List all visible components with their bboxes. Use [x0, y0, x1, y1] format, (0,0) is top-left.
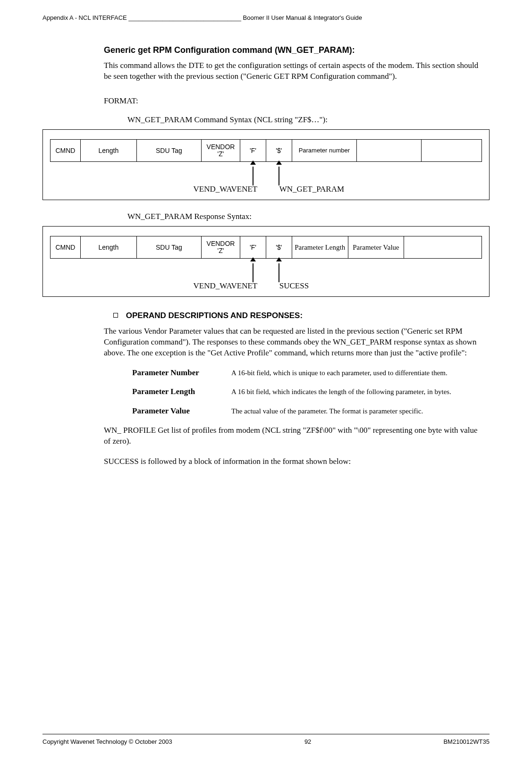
diagram2-table: CMND Length SDU Tag VENDOR 'Z' 'F' '$' P…	[50, 236, 482, 259]
format-label: FORMAT:	[104, 96, 485, 106]
def-term-0: Parameter Number	[132, 368, 231, 378]
diagram2-frame: CMND Length SDU Tag VENDOR 'Z' 'F' '$' P…	[42, 226, 490, 297]
section-title: Generic get RPM Configuration command (W…	[104, 45, 485, 56]
d2-callout-f: VEND_WAVENET	[180, 281, 261, 291]
intro-paragraph: This command allows the DTE to get the c…	[104, 60, 485, 82]
operands-heading: OPERAND DESCRIPTIONS AND RESPONSES:	[113, 311, 485, 320]
arrow-up-icon	[250, 257, 256, 261]
diagram2-callouts: VEND_WAVENET SUCESS	[50, 259, 482, 292]
operands-paragraph: The various Vendor Parameter values that…	[104, 326, 485, 359]
d1-cell-param: Parameter number	[292, 140, 356, 162]
d2-callout-s: SUCESS	[278, 281, 366, 291]
arrow-up-icon	[250, 160, 256, 165]
d2-cell-empty	[404, 236, 482, 259]
arrow-up-icon	[276, 257, 282, 261]
d1-cell-sdutag: SDU Tag	[136, 140, 201, 162]
diagram1-frame: CMND Length SDU Tag VENDOR 'Z' 'F' '$' P…	[42, 129, 490, 200]
def-row-2: Parameter Value The actual value of the …	[132, 406, 485, 416]
page-header: Appendix A - NCL INTERFACE _____________…	[42, 14, 490, 21]
diagram1-table: CMND Length SDU Tag VENDOR 'Z' 'F' '$' P…	[50, 139, 482, 162]
footer-separator	[42, 734, 490, 734]
diagram1-row: CMND Length SDU Tag VENDOR 'Z' 'F' '$' P…	[51, 140, 482, 162]
def-row-1: Parameter Length A 16 bit field, which i…	[132, 387, 485, 396]
header-text: Appendix A - NCL INTERFACE _____________…	[42, 14, 362, 21]
arrow-line	[253, 167, 253, 185]
d2-cell-vendor: VENDOR 'Z'	[201, 236, 240, 259]
def-desc-0: A 16-bit field, which is unique to each …	[231, 368, 485, 378]
page: Appendix A - NCL INTERFACE _____________…	[0, 0, 532, 757]
diagram1: CMND Length SDU Tag VENDOR 'Z' 'F' '$' P…	[42, 129, 490, 200]
arrow-line	[279, 167, 279, 185]
d1-cell-empty1	[356, 140, 421, 162]
footer-page-number: 92	[304, 738, 311, 745]
diagram2: CMND Length SDU Tag VENDOR 'Z' 'F' '$' P…	[42, 226, 490, 297]
definitions-list: Parameter Number A 16-bit field, which i…	[104, 368, 485, 416]
d1-cell-empty2	[421, 140, 481, 162]
arrow-up-icon	[276, 160, 282, 165]
wn-profile-paragraph: WN_ PROFILE Get list of profiles from mo…	[104, 425, 485, 447]
diagram1-callouts: VEND_WAVENET WN_GET_PARAM	[50, 162, 482, 195]
d2-cell-plen: Parameter Length	[292, 236, 348, 259]
d1-callout-s: WN_GET_PARAM	[278, 185, 409, 194]
d1-cell-cmnd: CMND	[51, 140, 81, 162]
def-term-1: Parameter Length	[132, 387, 231, 396]
d1-callout-f: VEND_WAVENET	[180, 185, 261, 194]
def-desc-2: The actual value of the parameter. The f…	[231, 406, 485, 416]
square-bullet-icon	[113, 313, 118, 318]
def-term-2: Parameter Value	[132, 406, 231, 416]
arrow-line	[253, 263, 253, 282]
diagram2-caption: WN_GET_PARAM Response Syntax:	[127, 212, 485, 221]
content-area: Generic get RPM Configuration command (W…	[104, 45, 485, 467]
diagram2-row: CMND Length SDU Tag VENDOR 'Z' 'F' '$' P…	[51, 236, 482, 259]
footer: Copyright Wavenet Technology © October 2…	[42, 722, 490, 745]
d2-cell-cmnd: CMND	[51, 236, 81, 259]
arrow-line	[279, 263, 279, 282]
def-row-0: Parameter Number A 16-bit field, which i…	[132, 368, 485, 378]
d2-cell-sdutag: SDU Tag	[136, 236, 201, 259]
operands-heading-text: OPERAND DESCRIPTIONS AND RESPONSES:	[126, 311, 303, 320]
d2-cell-length: Length	[80, 236, 136, 259]
footer-right: BM210012WT35	[443, 738, 490, 745]
footer-left: Copyright Wavenet Technology © October 2…	[42, 738, 172, 745]
def-desc-1: A 16 bit field, which indicates the leng…	[231, 387, 485, 396]
success-paragraph: SUCCESS is followed by a block of inform…	[104, 456, 485, 467]
d1-cell-vendor: VENDOR 'Z'	[201, 140, 240, 162]
d2-cell-pval: Parameter Value	[348, 236, 404, 259]
diagram1-caption: WN_GET_PARAM Command Syntax (NCL string …	[127, 115, 485, 125]
d1-cell-length: Length	[80, 140, 136, 162]
